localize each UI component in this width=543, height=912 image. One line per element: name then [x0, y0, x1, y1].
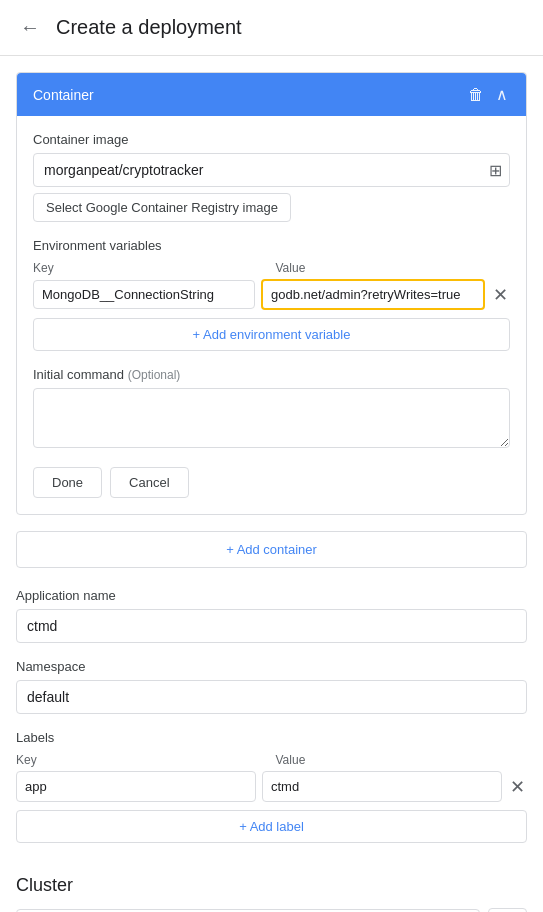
cluster-section: Cluster cryptotracker-cluster ↻ [16, 875, 527, 912]
namespace-input[interactable] [16, 680, 527, 714]
application-name-group: Application name [16, 588, 527, 643]
header-actions: 🗑 ∧ [466, 83, 510, 106]
application-name-label: Application name [16, 588, 527, 603]
initial-command-group: Initial command (Optional) [33, 367, 510, 451]
container-card: Container 🗑 ∧ Container image ⊞ Select G… [16, 72, 527, 515]
labels-key-col-label: Key [16, 753, 268, 767]
back-button[interactable]: ← [16, 12, 44, 43]
env-section-label: Environment variables [33, 238, 510, 253]
env-variables-group: Environment variables Key Value ✕ + Add … [33, 238, 510, 351]
env-value-input[interactable] [261, 279, 485, 310]
collapse-container-button[interactable]: ∧ [494, 83, 510, 106]
remove-label-button[interactable]: ✕ [508, 774, 527, 800]
labels-value-col-label: Value [276, 753, 528, 767]
labels-section-label: Labels [16, 730, 527, 745]
main-content: Container 🗑 ∧ Container image ⊞ Select G… [0, 56, 543, 912]
cancel-button[interactable]: Cancel [110, 467, 188, 498]
container-image-input[interactable] [33, 153, 510, 187]
labels-columns: Key Value [16, 753, 527, 767]
namespace-label: Namespace [16, 659, 527, 674]
image-selector-icon: ⊞ [489, 161, 502, 180]
env-columns: Key Value [33, 261, 510, 275]
label-value-input[interactable] [262, 771, 502, 802]
add-env-variable-button[interactable]: + Add environment variable [33, 318, 510, 351]
initial-command-label: Initial command (Optional) [33, 367, 510, 382]
add-label-button[interactable]: + Add label [16, 810, 527, 843]
cluster-select-row: cryptotracker-cluster ↻ [16, 908, 527, 912]
remove-env-button[interactable]: ✕ [491, 282, 510, 308]
page-header: ← Create a deployment [0, 0, 543, 56]
container-image-group: Container image ⊞ Select Google Containe… [33, 132, 510, 222]
refresh-cluster-button[interactable]: ↻ [488, 908, 527, 912]
delete-container-button[interactable]: 🗑 [466, 84, 486, 106]
label-row: ✕ [16, 771, 527, 802]
env-value-col-label: Value [276, 261, 511, 275]
application-name-input[interactable] [16, 609, 527, 643]
add-container-button[interactable]: + Add container [16, 531, 527, 568]
initial-command-input[interactable] [33, 388, 510, 448]
optional-label: (Optional) [128, 368, 181, 382]
cluster-title: Cluster [16, 875, 527, 896]
container-image-input-wrapper: ⊞ [33, 153, 510, 187]
container-image-label: Container image [33, 132, 510, 147]
cluster-select[interactable]: cryptotracker-cluster [16, 909, 480, 913]
env-key-input[interactable] [33, 280, 255, 309]
container-card-title: Container [33, 87, 94, 103]
label-key-input[interactable] [16, 771, 256, 802]
labels-group: Labels Key Value ✕ + Add label [16, 730, 527, 859]
action-row: Done Cancel [33, 467, 510, 498]
container-card-body: Container image ⊞ Select Google Containe… [17, 116, 526, 514]
env-variable-row: ✕ [33, 279, 510, 310]
page-title: Create a deployment [56, 16, 242, 39]
gcr-select-button[interactable]: Select Google Container Registry image [33, 193, 291, 222]
done-button[interactable]: Done [33, 467, 102, 498]
namespace-group: Namespace [16, 659, 527, 714]
container-card-header: Container 🗑 ∧ [17, 73, 526, 116]
env-key-col-label: Key [33, 261, 268, 275]
